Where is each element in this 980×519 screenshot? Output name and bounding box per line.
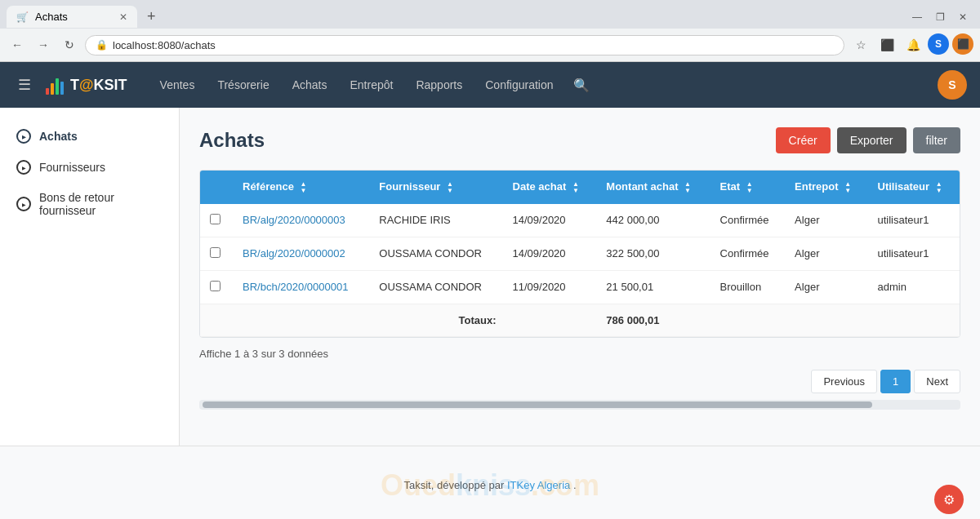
- tab-close-button[interactable]: ✕: [119, 11, 127, 23]
- row-checkbox-1[interactable]: [210, 247, 220, 258]
- row-reference: BR/alg/2020/0000003: [233, 204, 369, 237]
- row-checkbox-0[interactable]: [210, 214, 220, 224]
- sidebar-item-fournisseurs[interactable]: Fournisseurs: [0, 152, 179, 183]
- search-button[interactable]: 🔍: [567, 71, 596, 100]
- col-utilisateur[interactable]: Utilisateur ▲▼: [868, 171, 960, 204]
- table-wrapper: Référence ▲▼ Fournisseur ▲▼ Date achat ▲…: [199, 170, 960, 338]
- table-row[interactable]: BR/bch/2020/0000001 OUSSAMA CONDOR 11/09…: [200, 270, 960, 304]
- export-button[interactable]: Exporter: [837, 127, 906, 153]
- notification-button[interactable]: 🔔: [902, 33, 924, 56]
- logo: T@KSIT: [46, 75, 127, 95]
- col-etat[interactable]: Etat ▲▼: [710, 171, 786, 204]
- main-layout: Achats Fournisseurs Bons de retour fourn…: [0, 108, 980, 446]
- sort-reference-icon: ▲▼: [300, 181, 306, 194]
- totaux-empty-3: [503, 304, 597, 336]
- col-fournisseur[interactable]: Fournisseur ▲▼: [369, 171, 502, 204]
- row-etat: Confirmée: [710, 204, 786, 237]
- nav-tresorerie[interactable]: Trésorerie: [207, 72, 278, 98]
- achats-icon: [16, 129, 31, 144]
- create-button[interactable]: Créer: [776, 127, 831, 153]
- row-checkbox-2[interactable]: [210, 281, 220, 291]
- totaux-row: Totaux: 786 000,01: [200, 304, 960, 336]
- sort-entrepot-icon: ▲▼: [844, 181, 851, 194]
- nav-links: Ventes Trésorerie Achats Entrepôt Rappor…: [150, 71, 928, 100]
- forward-button[interactable]: →: [33, 34, 54, 55]
- nav-entrepot[interactable]: Entrepôt: [341, 72, 403, 98]
- col-montant-achat[interactable]: Montant achat ▲▼: [596, 171, 710, 204]
- horizontal-scrollbar[interactable]: [199, 400, 960, 410]
- bookmark-button[interactable]: ☆: [849, 33, 872, 56]
- tab-title: Achats: [35, 11, 68, 23]
- nav-achats[interactable]: Achats: [283, 72, 337, 98]
- address-bar[interactable]: 🔒 localhost:8080/achats: [85, 35, 844, 55]
- logo-bars: [46, 75, 64, 95]
- sidebar-item-achats[interactable]: Achats: [0, 121, 179, 152]
- col-reference[interactable]: Référence ▲▼: [233, 171, 369, 204]
- reference-link-2[interactable]: BR/bch/2020/0000001: [243, 281, 348, 293]
- page-1-button[interactable]: 1: [880, 370, 911, 393]
- browser-tab[interactable]: 🛒 Achats ✕: [7, 6, 137, 28]
- sort-utilisateur-icon: ▲▼: [936, 181, 942, 194]
- main-content: Achats Créer Exporter filter Référence ▲…: [180, 108, 980, 446]
- row-montant-achat: 442 000,00: [596, 204, 710, 237]
- hamburger-button[interactable]: ☰: [13, 71, 36, 99]
- totaux-label: Totaux:: [369, 304, 502, 336]
- sidebar-label-bons-retour: Bons de retour fournisseur: [39, 191, 163, 217]
- row-reference: BR/bch/2020/0000001: [233, 270, 369, 304]
- new-tab-button[interactable]: +: [140, 5, 163, 29]
- pagination-controls: Previous 1 Next: [199, 370, 960, 393]
- page-header: Achats Créer Exporter filter: [199, 127, 960, 153]
- back-button[interactable]: ←: [7, 34, 28, 55]
- row-checkbox-cell: [200, 204, 233, 237]
- col-entrepot[interactable]: Entrepot ▲▼: [785, 171, 867, 204]
- pagination-info: Affiche 1 à 3 sur 3 données: [199, 348, 960, 360]
- refresh-button[interactable]: ↻: [59, 34, 80, 55]
- row-fournisseur: OUSSAMA CONDOR: [369, 237, 502, 270]
- profile-button[interactable]: S: [928, 33, 949, 55]
- minimize-button[interactable]: —: [906, 7, 928, 28]
- url-text: localhost:8080/achats: [113, 39, 216, 51]
- sidebar-item-bons-retour[interactable]: Bons de retour fournisseur: [0, 183, 179, 225]
- row-utilisateur: admin: [868, 270, 960, 304]
- footer: Ouedkniss.com Taksit, développé par ITKe…: [0, 446, 980, 519]
- extension-button[interactable]: ⬛: [875, 33, 898, 56]
- row-checkbox-cell: [200, 270, 233, 304]
- menu-button[interactable]: ⬛: [952, 33, 973, 55]
- sort-etat-icon: ▲▼: [746, 181, 753, 194]
- reference-link-1[interactable]: BR/alg/2020/0000002: [243, 247, 345, 260]
- sidebar-label-fournisseurs: Fournisseurs: [39, 161, 105, 174]
- sort-montant-icon: ▲▼: [684, 181, 691, 194]
- tab-icon: 🛒: [16, 11, 29, 23]
- nav-configuration[interactable]: Configuration: [475, 72, 563, 98]
- checkbox-col-header: [200, 171, 233, 204]
- row-fournisseur: RACHIDE IRIS: [369, 204, 502, 237]
- filter-button[interactable]: filter: [913, 127, 960, 153]
- totaux-empty-2: [233, 304, 369, 336]
- bons-retour-icon: [16, 197, 31, 211]
- previous-button[interactable]: Previous: [811, 370, 877, 393]
- browser-toolbar: ← → ↻ 🔒 localhost:8080/achats ☆ ⬛ 🔔 S ⬛: [0, 29, 980, 61]
- row-entrepot: Alger: [785, 237, 867, 270]
- table-row[interactable]: BR/alg/2020/0000003 RACHIDE IRIS 14/09/2…: [200, 204, 960, 237]
- row-date-achat: 14/09/2020: [503, 237, 597, 270]
- sort-date-icon: ▲▼: [572, 181, 579, 194]
- gear-button[interactable]: ⚙: [934, 485, 964, 514]
- table-row[interactable]: BR/alg/2020/0000002 OUSSAMA CONDOR 14/09…: [200, 237, 960, 270]
- footer-text-suffix: .: [573, 479, 577, 491]
- maximize-button[interactable]: ❐: [929, 7, 951, 28]
- row-etat: Brouillon: [710, 270, 786, 304]
- close-button[interactable]: ✕: [952, 7, 973, 28]
- footer-link[interactable]: ITKey Algeria: [507, 479, 570, 491]
- avatar[interactable]: S: [938, 70, 967, 100]
- row-entrepot: Alger: [785, 270, 867, 304]
- nav-ventes[interactable]: Ventes: [150, 72, 205, 98]
- col-date-achat[interactable]: Date achat ▲▼: [503, 171, 597, 204]
- browser-title-bar: 🛒 Achats ✕ + — ❐ ✕: [0, 0, 980, 29]
- reference-link-0[interactable]: BR/alg/2020/0000003: [243, 214, 345, 226]
- next-button[interactable]: Next: [914, 370, 960, 393]
- nav-rapports[interactable]: Rapports: [406, 72, 472, 98]
- row-date-achat: 14/09/2020: [503, 204, 597, 237]
- totaux-empty-5: [785, 304, 867, 336]
- row-utilisateur: utilisateur1: [868, 237, 960, 270]
- logo-text: T@KSIT: [70, 77, 127, 94]
